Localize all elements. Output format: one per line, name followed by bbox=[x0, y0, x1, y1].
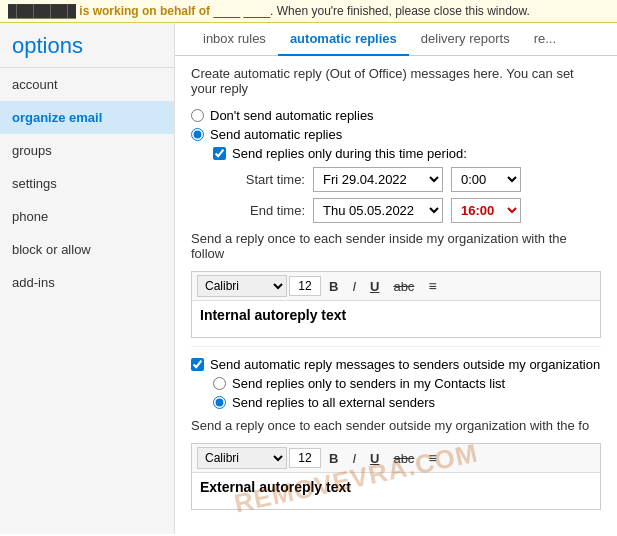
radio-dont-send-input[interactable] bbox=[191, 109, 204, 122]
radio-contacts-only-label: Send replies only to senders in my Conta… bbox=[232, 376, 505, 391]
internal-bold-btn[interactable]: B bbox=[323, 276, 344, 297]
internal-italic-btn[interactable]: I bbox=[346, 276, 362, 297]
sidebar-item-account[interactable]: account bbox=[0, 68, 174, 101]
radio-send[interactable]: Send automatic replies bbox=[191, 127, 601, 142]
external-font-select[interactable]: Calibri bbox=[197, 447, 287, 469]
sidebar-title: options bbox=[0, 23, 174, 68]
radio-dont-send[interactable]: Don't send automatic replies bbox=[191, 108, 601, 123]
end-date-select[interactable]: Thu 05.05.2022 bbox=[313, 198, 443, 223]
radio-contacts-only-input[interactable] bbox=[213, 377, 226, 390]
sidebar: options account organize email groups se… bbox=[0, 23, 175, 534]
radio-contacts-only[interactable]: Send replies only to senders in my Conta… bbox=[213, 376, 601, 391]
main-content: inbox rules automatic replies delivery r… bbox=[175, 23, 617, 534]
sidebar-item-settings[interactable]: settings bbox=[0, 167, 174, 200]
radio-all-external[interactable]: Send replies to all external senders bbox=[213, 395, 601, 410]
radio-send-input[interactable] bbox=[191, 128, 204, 141]
time-period-section: Send replies only during this time perio… bbox=[213, 146, 601, 223]
start-hour-select[interactable]: 0:00 bbox=[451, 167, 521, 192]
external-strikethrough-btn[interactable]: abc bbox=[387, 448, 420, 469]
external-align-btn[interactable]: ≡ bbox=[422, 447, 442, 469]
radio-dont-send-label: Don't send automatic replies bbox=[210, 108, 374, 123]
checkbox-outside-input[interactable] bbox=[191, 358, 204, 371]
external-font-size[interactable]: 12 bbox=[289, 448, 321, 468]
sidebar-item-organize-email[interactable]: organize email bbox=[0, 101, 174, 134]
external-editor-content[interactable]: External autoreply text REMOVEVRA.COM bbox=[192, 473, 600, 509]
radio-all-external-label: Send replies to all external senders bbox=[232, 395, 435, 410]
start-time-row: Start time: Fri 29.04.2022 0:00 bbox=[235, 167, 601, 192]
external-underline-btn[interactable]: U bbox=[364, 448, 385, 469]
external-reply-box: Calibri 12 B I U abc ≡ External autorepl… bbox=[191, 443, 601, 510]
end-time-label: End time: bbox=[235, 203, 305, 218]
sidebar-item-add-ins[interactable]: add-ins bbox=[0, 266, 174, 299]
content-wrapper: Create automatic reply (Out of Office) m… bbox=[175, 56, 617, 520]
internal-underline-btn[interactable]: U bbox=[364, 276, 385, 297]
section-divider bbox=[191, 346, 601, 347]
page-description: Create automatic reply (Out of Office) m… bbox=[191, 66, 601, 96]
tab-inbox-rules[interactable]: inbox rules bbox=[191, 23, 278, 56]
outside-section: Send automatic reply messages to senders… bbox=[191, 357, 601, 510]
start-time-label: Start time: bbox=[235, 172, 305, 187]
tab-automatic-replies[interactable]: automatic replies bbox=[278, 23, 409, 56]
checkbox-outside-label: Send automatic reply messages to senders… bbox=[210, 357, 600, 372]
content-body: Create automatic reply (Out of Office) m… bbox=[175, 56, 617, 520]
start-date-select[interactable]: Fri 29.04.2022 bbox=[313, 167, 443, 192]
internal-section-label: Send a reply once to each sender inside … bbox=[191, 231, 601, 261]
internal-toolbar: Calibri 12 B I U abc ≡ bbox=[192, 272, 600, 301]
radio-send-label: Send automatic replies bbox=[210, 127, 342, 142]
internal-editor-content[interactable]: Internal autoreply text bbox=[192, 301, 600, 337]
outside-radio-group: Send replies only to senders in my Conta… bbox=[213, 376, 601, 410]
tabs-bar: inbox rules automatic replies delivery r… bbox=[175, 23, 617, 56]
checkbox-time-period-input[interactable] bbox=[213, 147, 226, 160]
external-bold-btn[interactable]: B bbox=[323, 448, 344, 469]
radio-all-external-input[interactable] bbox=[213, 396, 226, 409]
sidebar-item-block-or-allow[interactable]: block or allow bbox=[0, 233, 174, 266]
checkbox-time-period[interactable]: Send replies only during this time perio… bbox=[213, 146, 601, 161]
banner-text: ████████ is working on behalf of ____ __… bbox=[8, 4, 530, 18]
internal-font-size[interactable]: 12 bbox=[289, 276, 321, 296]
internal-align-btn[interactable]: ≡ bbox=[422, 275, 442, 297]
internal-strikethrough-btn[interactable]: abc bbox=[387, 276, 420, 297]
sidebar-item-groups[interactable]: groups bbox=[0, 134, 174, 167]
external-text: External autoreply text bbox=[200, 479, 351, 495]
tab-re[interactable]: re... bbox=[522, 23, 568, 56]
internal-font-select[interactable]: Calibri bbox=[197, 275, 287, 297]
checkbox-time-period-label: Send replies only during this time perio… bbox=[232, 146, 467, 161]
end-hour-select[interactable]: 16:00 bbox=[451, 198, 521, 223]
sidebar-item-phone[interactable]: phone bbox=[0, 200, 174, 233]
external-section-label: Send a reply once to each sender outside… bbox=[191, 418, 601, 433]
external-italic-btn[interactable]: I bbox=[346, 448, 362, 469]
external-toolbar: Calibri 12 B I U abc ≡ bbox=[192, 444, 600, 473]
internal-reply-box: Calibri 12 B I U abc ≡ Internal autorepl… bbox=[191, 271, 601, 338]
end-time-row: End time: Thu 05.05.2022 16:00 bbox=[235, 198, 601, 223]
checkbox-outside[interactable]: Send automatic reply messages to senders… bbox=[191, 357, 601, 372]
banner-user: ____ ____ bbox=[213, 4, 270, 18]
tab-delivery-reports[interactable]: delivery reports bbox=[409, 23, 522, 56]
banner: ████████ is working on behalf of ____ __… bbox=[0, 0, 617, 23]
